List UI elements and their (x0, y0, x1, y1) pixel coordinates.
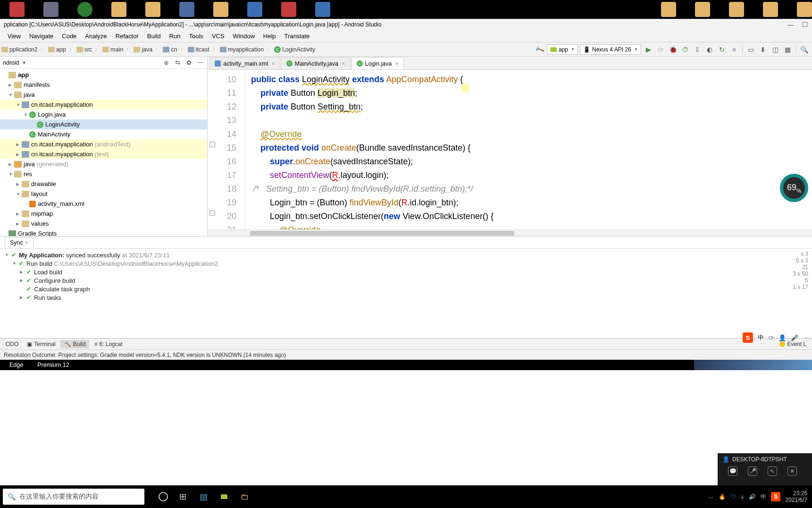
menu-code[interactable]: Code (58, 31, 80, 41)
menu-view[interactable]: View (4, 31, 25, 41)
taskbar-record[interactable] (260, 491, 272, 503)
run-config-selector[interactable]: app▼ (547, 44, 578, 55)
tree-pkg-androidtest[interactable]: ▶cn.itcast.myapplication(androidTest) (0, 139, 207, 149)
more-icon[interactable]: ⋯ (803, 334, 809, 341)
taskbar-app-icon[interactable] (213, 2, 228, 17)
attach-debugger-button[interactable]: ⇩ (692, 44, 703, 55)
target-icon[interactable]: ⊕ (162, 59, 170, 66)
close-icon[interactable]: × (395, 60, 399, 67)
maximize-button[interactable]: ☐ (802, 21, 808, 28)
resource-manager-button[interactable]: ▦ (782, 44, 793, 55)
menu-navigate[interactable]: Navigate (25, 31, 57, 41)
horizontal-scrollbar[interactable] (208, 229, 812, 236)
tree-pkg-test[interactable]: ▶cn.itcast.myapplication(test) (0, 149, 207, 159)
sync-tab[interactable]: Sync× (5, 237, 33, 247)
system-tray[interactable]: ︿ 🔥 🛡 ⏚ 🔊 中 S 23:252021/6/7 (708, 490, 812, 503)
sync-button[interactable]: ↻ (717, 44, 727, 55)
tray-ime[interactable]: 中 (761, 493, 766, 501)
windows-search-box[interactable]: 🔍 在这里输入你要搜索的内容 (3, 489, 144, 505)
taskbar-app-icon[interactable] (281, 2, 296, 17)
sogou-ime-icon[interactable]: S (743, 332, 753, 343)
tree-activity-main-xml[interactable]: activity_main.xml (0, 199, 207, 209)
tray-icon[interactable]: 🔥 (719, 493, 726, 500)
menu-run[interactable]: Run (166, 31, 184, 41)
crumb-class[interactable]: CLoginActivity (273, 45, 317, 54)
crumb-app[interactable]: app (47, 45, 67, 54)
tree-mipmap[interactable]: ▶mipmap (0, 209, 207, 219)
search-icon[interactable]: 🔍 (799, 44, 809, 55)
taskbar-app-icon[interactable] (179, 2, 194, 17)
tree-main-activity[interactable]: CMainActivity (0, 129, 207, 139)
tray-volume-icon[interactable]: 🔊 (749, 493, 756, 500)
menu-tools[interactable]: Tools (185, 31, 207, 41)
taskbar-app-icon[interactable] (247, 2, 262, 17)
crumb-java[interactable]: java (132, 45, 154, 54)
run-button[interactable]: ▶ (643, 44, 653, 55)
build-tree[interactable]: ▼✔My Application: synced successfully at… (0, 249, 784, 338)
cortana-icon[interactable] (159, 492, 168, 501)
mic-icon[interactable]: 🎤 (748, 466, 757, 476)
taskbar-app-icon[interactable] (111, 2, 126, 17)
taskbar-app-icon[interactable] (661, 2, 676, 17)
ime-indicator[interactable]: 中 (758, 333, 764, 342)
tree-login-activity[interactable]: CLoginActivity (0, 119, 207, 129)
menu-window[interactable]: Window (229, 31, 259, 41)
tray-chevron-icon[interactable]: ︿ (708, 493, 714, 501)
project-tree[interactable]: app ▶manifests ▼java ▼cn.itcast.myapplic… (0, 69, 207, 236)
tree-values[interactable]: ▶values (0, 219, 207, 229)
taskbar-app-icon[interactable] (9, 2, 25, 17)
taskbar-app-icon[interactable] (315, 2, 330, 17)
tree-manifests[interactable]: ▶manifests (0, 80, 207, 90)
taskbar-android-studio[interactable] (218, 491, 230, 503)
sogou-ime-icon[interactable]: S (771, 492, 780, 501)
hide-icon[interactable]: — (196, 59, 204, 66)
avd-manager-button[interactable]: ▭ (745, 44, 756, 55)
code-body[interactable]: public class LoginActivity extends AppCo… (245, 70, 812, 229)
taskbar-app-icon[interactable] (729, 2, 744, 17)
logcat-tab[interactable]: ≡6: Logcat (90, 340, 126, 348)
mic-icon[interactable]: 🎤 (791, 334, 798, 341)
crumb-pkg[interactable]: myapplication (218, 45, 265, 54)
close-icon[interactable]: × (25, 239, 28, 246)
apply-changes-button[interactable]: ⟳ (655, 44, 666, 55)
taskbar-app[interactable]: ▤ (197, 491, 209, 503)
tree-drawable[interactable]: ▶drawable (0, 179, 207, 189)
pointer-icon[interactable]: ↖ (768, 466, 777, 476)
minimize-button[interactable]: — (787, 21, 794, 28)
close-icon[interactable]: × (342, 60, 345, 67)
taskbar-app-icon[interactable] (145, 2, 160, 17)
tree-layout[interactable]: ▼layout (0, 189, 207, 199)
taskbar-app-icon[interactable] (77, 2, 92, 17)
crumb-cn[interactable]: cn (161, 45, 178, 54)
tree-java[interactable]: ▼java (0, 90, 207, 100)
menu-vcs[interactable]: VCS (208, 31, 228, 41)
menu-translate[interactable]: Translate (281, 31, 314, 41)
crumb-project[interactable]: pplication2 (0, 45, 39, 54)
layout-inspector-button[interactable]: ◫ (770, 44, 780, 55)
taskbar-app-icon[interactable] (43, 2, 59, 17)
close-icon[interactable]: ✕ (787, 466, 797, 476)
coverage-button[interactable]: ◐ (704, 44, 715, 55)
crumb-src[interactable]: src (75, 45, 94, 54)
override-marker-icon[interactable] (209, 210, 215, 216)
build-hammer-icon[interactable]: 🔨 (533, 42, 546, 56)
crumb-main[interactable]: main (101, 45, 125, 54)
tray-shield-icon[interactable]: 🛡 (730, 493, 736, 500)
tree-gradle-scripts[interactable]: Gradle Scripts (0, 229, 207, 236)
tree-java-generated[interactable]: ▶java(generated) (0, 159, 207, 169)
settings-icon[interactable]: ✿ (184, 59, 193, 66)
taskbar-app-icon[interactable] (797, 2, 812, 17)
project-view-selector[interactable]: ndroid (3, 59, 19, 66)
todo-tab[interactable]: ODO (2, 340, 22, 348)
chat-icon[interactable]: 💬 (728, 466, 737, 476)
build-tab[interactable]: 🔨Build (60, 340, 90, 348)
tray-wifi-icon[interactable]: ⏚ (741, 493, 744, 500)
taskbar-app-icon[interactable] (695, 2, 710, 17)
menu-analyze[interactable]: Analyze (81, 31, 110, 41)
sync-cloud-icon[interactable]: ⟳ (769, 334, 774, 341)
debug-button[interactable]: 🐞 (668, 44, 678, 55)
system-clock[interactable]: 23:252021/6/7 (785, 490, 807, 503)
line-gutter[interactable]: 101112131415161718192021 (208, 70, 245, 229)
user-icon[interactable]: 👤 (779, 334, 786, 341)
tab-activity-main-xml[interactable]: activity_main.xml× (209, 57, 280, 69)
